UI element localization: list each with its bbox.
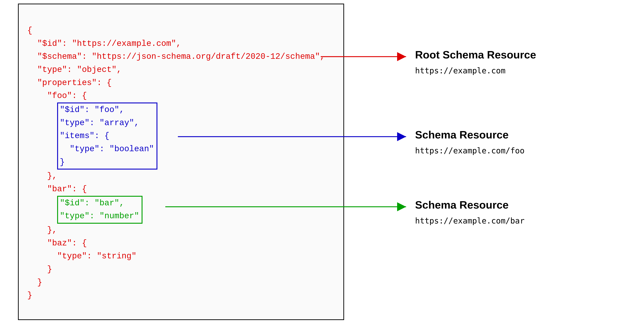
label-root-title: Root Schema Resource xyxy=(415,49,536,61)
label-root-url: https://example.com xyxy=(415,66,536,75)
bar-schema-box: "$id": "bar", "type": "number" xyxy=(57,196,143,224)
label-bar: Schema Resource https://example.com/bar xyxy=(415,199,524,225)
foo-schema-box: "$id": "foo", "type": "array", "items": … xyxy=(57,103,158,170)
label-foo-title: Schema Resource xyxy=(415,129,524,141)
label-foo: Schema Resource https://example.com/foo xyxy=(415,129,524,155)
label-bar-title: Schema Resource xyxy=(415,199,524,211)
label-root: Root Schema Resource https://example.com xyxy=(415,49,536,75)
code-text: { "$id": "https://example.com", "$schema… xyxy=(27,24,335,302)
label-bar-url: https://example.com/bar xyxy=(415,216,524,225)
code-panel: { "$id": "https://example.com", "$schema… xyxy=(18,4,344,320)
label-foo-url: https://example.com/foo xyxy=(415,146,524,155)
